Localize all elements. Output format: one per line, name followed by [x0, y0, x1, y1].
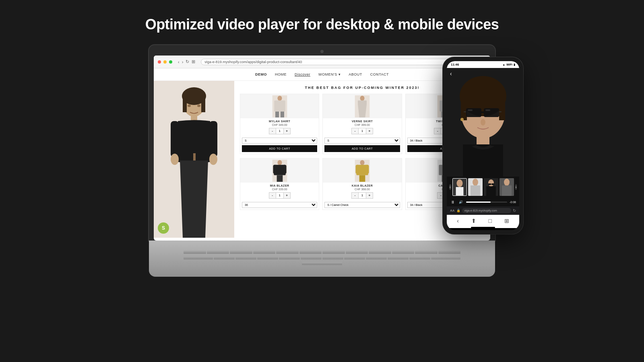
nav-home[interactable]: HOME [275, 72, 287, 76]
qty-val-5: 1 [358, 193, 366, 198]
svg-rect-29 [273, 165, 277, 173]
product-card-2: VERNE SKIRT CHF 399.00 - 1 + S [322, 94, 402, 154]
phone-nav-bar: ‹ ⬆ □ ⊞ [447, 215, 519, 226]
add-to-cart-1[interactable]: ADD TO CART [242, 145, 317, 152]
svg-rect-16 [275, 111, 279, 117]
svg-point-60 [460, 118, 464, 121]
nav-about[interactable]: ABOUT [349, 72, 362, 76]
phone: 11:46 ▲ WiFi ▮ [443, 57, 523, 234]
qty-val-1: 1 [276, 128, 284, 134]
thumbnail-3[interactable] [484, 178, 498, 196]
svg-rect-56 [485, 109, 490, 111]
svg-rect-53 [464, 111, 466, 112]
svg-rect-48 [461, 96, 467, 120]
qty-minus-1[interactable]: - [269, 128, 276, 134]
phone-refresh-btn[interactable]: ↻ [513, 208, 516, 213]
phone-nav-back[interactable]: ‹ [457, 218, 459, 224]
signal-icon: ▲ [502, 63, 505, 66]
devices-container: ‹ › ↻ ⊞ viga-e-819.myshopify.com/apps/di… [121, 45, 523, 327]
laptop-camera [320, 50, 324, 53]
play-pause-btn[interactable]: ⏸ [450, 199, 456, 205]
qty-val-2: 1 [358, 128, 366, 134]
qty-minus-5[interactable]: - [352, 193, 358, 198]
phone-back-icon[interactable]: ‹ [450, 70, 452, 77]
size-select-4[interactable]: 36 [242, 202, 317, 208]
prev-thumbnail-btn[interactable]: ‹ [449, 184, 451, 190]
laptop-screen: ‹ › ↻ ⊞ viga-e-819.myshopify.com/apps/di… [154, 56, 490, 241]
svg-rect-37 [365, 165, 369, 173]
forward-icon[interactable]: › [182, 60, 184, 64]
grid-icon[interactable]: ⊞ [192, 59, 195, 64]
qty-control-2: - 1 + [351, 128, 373, 134]
maximize-icon[interactable] [169, 60, 172, 64]
product-price-1: CHF 349.00 [242, 123, 317, 126]
product-info-1: MYLAH SHIRT CHF 349.00 - 1 + S [240, 118, 319, 154]
qty-minus-2[interactable]: - [352, 128, 358, 134]
svg-rect-36 [355, 165, 359, 173]
thumbnail-4[interactable] [500, 178, 514, 196]
add-to-cart-2[interactable]: ADD TO CART [324, 145, 400, 152]
product-image-1 [240, 94, 319, 118]
qty-plus-4[interactable]: + [284, 193, 290, 198]
phone-url-bar: AA 🔒 viga-e-819.myshopify.com ↻ [447, 206, 519, 215]
svg-point-11 [188, 105, 191, 107]
product-price-4: CHF 339.00 [242, 188, 317, 191]
nav-contact[interactable]: CONTACT [370, 72, 389, 76]
product-name-4: MIA BLAZER [242, 184, 317, 187]
size-select-1[interactable]: S [242, 138, 317, 144]
product-info-4: MIA BLAZER CHF 339.00 - 1 + 36 [240, 183, 319, 210]
svg-point-27 [277, 160, 282, 165]
svg-rect-3 [183, 96, 187, 112]
refresh-icon[interactable]: ↻ [186, 59, 189, 64]
nav-discover[interactable]: Discover [295, 72, 310, 76]
page-title: Optimized video player for desktop & mob… [145, 16, 499, 33]
svg-rect-30 [283, 165, 286, 173]
qty-plus-2[interactable]: + [366, 128, 373, 134]
shopify-badge: S [158, 222, 169, 234]
phone-thumbnails-strip: ‹ [447, 177, 519, 197]
svg-rect-63 [456, 187, 463, 195]
thumbnail-1[interactable] [452, 178, 467, 196]
phone-video-area[interactable]: ‹ [447, 68, 519, 177]
product-image-5 [323, 158, 401, 183]
next-thumbnail-btn[interactable]: › [515, 184, 517, 190]
phone-nav-bookmarks[interactable]: □ [488, 218, 491, 224]
product-name-5: KAIA BLAZER [324, 184, 400, 187]
back-icon[interactable]: ‹ [178, 60, 180, 64]
product-price-2: CHF 399.00 [324, 123, 400, 126]
product-name-1: MYLAH SHIRT [242, 120, 317, 123]
qty-minus-3[interactable]: - [434, 128, 441, 134]
svg-rect-49 [499, 96, 505, 120]
qty-plus-1[interactable]: + [284, 128, 290, 134]
status-icons: ▲ WiFi ▮ [502, 63, 515, 66]
size-select-2[interactable]: S [324, 138, 400, 144]
mute-btn[interactable]: 🔊 [458, 199, 464, 205]
laptop-keyboard [149, 241, 495, 277]
phone-time: 11:46 [451, 63, 459, 66]
phone-nav-tabs[interactable]: ⊞ [504, 218, 509, 224]
phone-screen: 11:46 ▲ WiFi ▮ [447, 61, 519, 230]
qty-minus-4[interactable]: - [269, 193, 276, 198]
svg-rect-70 [491, 183, 494, 185]
browser-nav: ‹ › ↻ ⊞ [178, 59, 195, 64]
nav-womens[interactable]: WOMEN'S ▾ [318, 72, 341, 76]
nav-demo[interactable]: DEMO [255, 72, 267, 76]
browser-url[interactable]: viga-e-819.myshopify.com/apps/digital-pr… [201, 59, 466, 65]
qty-plus-5[interactable]: + [366, 193, 373, 198]
time-display: -0:08 [510, 201, 516, 204]
qty-control-4: - 1 + [269, 192, 291, 199]
thumbnail-2[interactable] [468, 178, 483, 196]
close-icon[interactable] [158, 60, 161, 64]
phone-url-text[interactable]: viga-e-819.myshopify.com [462, 208, 511, 213]
svg-rect-31 [277, 175, 279, 182]
phone-nav-share[interactable]: ⬆ [471, 218, 476, 224]
svg-rect-4 [201, 96, 205, 112]
shop-nav: DEMO HOME Discover WOMEN'S ▾ ABOUT CONTA… [154, 68, 490, 81]
svg-point-62 [456, 179, 462, 187]
progress-fill [466, 202, 491, 203]
progress-bar[interactable] [466, 202, 507, 203]
svg-rect-71 [486, 186, 496, 196]
minimize-icon[interactable] [163, 60, 167, 64]
battery-icon: ▮ [514, 63, 515, 66]
size-select-5[interactable]: S / Camel Check [324, 202, 400, 208]
